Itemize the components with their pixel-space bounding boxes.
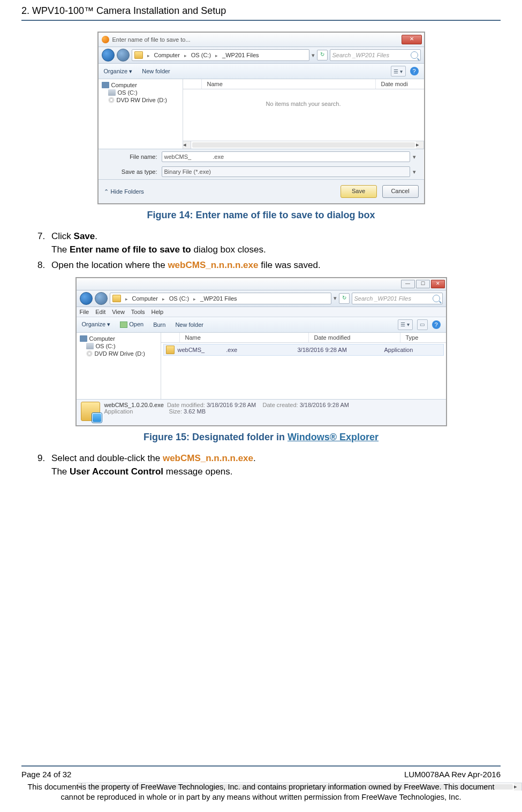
filetype-dropdown[interactable]: ▾ bbox=[410, 168, 419, 175]
forward-button[interactable] bbox=[117, 49, 130, 62]
disk-icon bbox=[86, 343, 94, 349]
refresh-button[interactable]: ↻ bbox=[339, 293, 350, 304]
tree-dvd[interactable]: DVD RW Drive (D:) bbox=[102, 96, 179, 104]
dialog-body: Computer OS (C:) DVD RW Drive (D:) Name … bbox=[99, 79, 424, 149]
col-name[interactable]: Name bbox=[180, 333, 309, 342]
scrollbar[interactable]: ◂▸ bbox=[183, 141, 424, 149]
save-as-dialog: Enter name of file to save to... ✕ Compu… bbox=[97, 32, 425, 204]
file-row-selected[interactable]: webCMS_.exe 3/18/2016 9:28 AM Applicatio… bbox=[163, 344, 444, 356]
help-icon[interactable]: ? bbox=[432, 320, 441, 329]
crumb-os[interactable]: OS (C:) bbox=[191, 52, 211, 58]
tree-os[interactable]: OS (C:) bbox=[80, 342, 157, 350]
help-icon[interactable]: ? bbox=[410, 67, 419, 75]
figure-14-caption: Figure 14: Enter name of file to save to… bbox=[21, 210, 501, 221]
filename-label: File name: bbox=[104, 154, 162, 160]
breadcrumb[interactable]: Computer OS (C:) _WP201 Files bbox=[132, 49, 309, 61]
figure-14: Enter name of file to save to... ✕ Compu… bbox=[21, 32, 501, 204]
figure-15-caption: Figure 15: Designated folder in Windows®… bbox=[21, 432, 501, 443]
filename-input[interactable]: webCMS_ .exe bbox=[162, 151, 410, 162]
tree-os[interactable]: OS (C:) bbox=[102, 89, 179, 96]
burn-button[interactable]: Burn bbox=[153, 321, 165, 328]
hide-folders-toggle[interactable]: ⌃ Hide Folders bbox=[104, 188, 144, 195]
cancel-button[interactable]: Cancel bbox=[382, 185, 419, 198]
filename-row: File name: webCMS_ .exe ▾ bbox=[99, 149, 424, 164]
file-large-icon bbox=[81, 402, 100, 421]
col-date[interactable]: Date modi bbox=[376, 79, 424, 89]
search-placeholder: Search _WP201 Files bbox=[354, 295, 411, 302]
menu-file[interactable]: File bbox=[80, 309, 89, 315]
empty-message: No items match your search. bbox=[183, 101, 424, 107]
refresh-button[interactable]: ↻ bbox=[317, 50, 328, 60]
explorer-window: — ☐ ✕ Computer OS (C:) _WP201 Files ▾ ↻ bbox=[75, 277, 447, 426]
view-button[interactable]: ☰ ▾ bbox=[398, 319, 413, 330]
crumb-folder[interactable]: _WP201 Files bbox=[200, 295, 237, 302]
breadcrumb[interactable]: Computer OS (C:) _WP201 Files bbox=[110, 293, 331, 304]
forward-button[interactable] bbox=[95, 292, 108, 305]
detail-filename: webCMS_1.0.20.0.exe bbox=[104, 402, 164, 408]
save-button[interactable]: Save bbox=[341, 185, 377, 198]
filename-dropdown[interactable]: ▾ bbox=[410, 154, 419, 160]
search-input[interactable]: Search _WP201 Files bbox=[352, 293, 443, 304]
crumb-computer[interactable]: Computer bbox=[154, 52, 180, 58]
crumb-computer[interactable]: Computer bbox=[132, 295, 158, 302]
view-button[interactable]: ☰ ▾ bbox=[391, 66, 406, 76]
details-pane: webCMS_1.0.20.0.exe Date modified: 3/18/… bbox=[77, 399, 446, 425]
menu-tools[interactable]: Tools bbox=[131, 309, 145, 315]
disk-icon bbox=[108, 89, 116, 96]
filetype-row: Save as type: Binary File (*.exe) ▾ bbox=[99, 164, 424, 179]
search-placeholder: Search _WP201 Files bbox=[332, 52, 389, 58]
folder-tree: Computer OS (C:) DVD RW Drive (D:) bbox=[77, 333, 161, 399]
menu-bar: File Edit View Tools Help bbox=[77, 307, 446, 317]
explorer-body: Computer OS (C:) DVD RW Drive (D:) Name … bbox=[77, 333, 446, 399]
column-headers: Name Date modified Type bbox=[161, 333, 446, 343]
page-footer: Page 24 of 32 LUM0078AA Rev Apr-2016 Thi… bbox=[21, 765, 501, 802]
dialog-titlebar: Enter name of file to save to... ✕ bbox=[99, 33, 424, 47]
address-bar: Computer OS (C:) _WP201 Files ▾ ↻ Search… bbox=[99, 47, 424, 64]
menu-help[interactable]: Help bbox=[152, 309, 164, 315]
firefox-icon bbox=[102, 36, 109, 43]
organize-button[interactable]: Organize ▾ bbox=[82, 321, 111, 328]
tree-computer[interactable]: Computer bbox=[80, 335, 157, 342]
tree-dvd[interactable]: DVD RW Drive (D:) bbox=[80, 350, 157, 357]
figure-15: — ☐ ✕ Computer OS (C:) _WP201 Files ▾ ↻ bbox=[21, 277, 501, 426]
chevron-up-icon: ⌃ bbox=[104, 188, 109, 195]
close-button[interactable]: ✕ bbox=[431, 280, 445, 288]
dvd-icon bbox=[108, 97, 115, 103]
newfolder-button[interactable]: New folder bbox=[142, 68, 170, 74]
dialog-toolbar: Organize ▾ New folder ☰ ▾ ? bbox=[99, 64, 424, 79]
search-icon bbox=[411, 51, 418, 59]
search-icon bbox=[433, 295, 440, 302]
crumb-folder[interactable]: _WP201 Files bbox=[222, 52, 259, 58]
folder-icon bbox=[112, 295, 121, 302]
back-button[interactable] bbox=[102, 49, 115, 62]
doc-revision: LUM0078AA Rev Apr-2016 bbox=[404, 770, 501, 779]
computer-icon bbox=[102, 82, 109, 88]
column-headers: Name Date modi bbox=[183, 79, 424, 89]
minimize-button[interactable]: — bbox=[401, 280, 415, 288]
crumb-os[interactable]: OS (C:) bbox=[169, 295, 189, 302]
back-button[interactable] bbox=[80, 292, 93, 305]
col-date[interactable]: Date modified bbox=[309, 333, 400, 342]
preview-button[interactable]: ▭ bbox=[417, 319, 428, 330]
menu-view[interactable]: View bbox=[112, 309, 125, 315]
close-icon[interactable]: ✕ bbox=[402, 35, 422, 44]
legal-text: This document is the property of FreeWav… bbox=[21, 782, 501, 802]
menu-edit[interactable]: Edit bbox=[95, 309, 105, 315]
col-type[interactable]: Type bbox=[400, 333, 446, 342]
open-button[interactable]: Open bbox=[120, 321, 143, 328]
tree-computer[interactable]: Computer bbox=[102, 81, 179, 89]
maximize-button[interactable]: ☐ bbox=[416, 280, 430, 288]
folder-tree: Computer OS (C:) DVD RW Drive (D:) bbox=[99, 79, 183, 149]
filetype-input[interactable]: Binary File (*.exe) bbox=[162, 166, 410, 177]
organize-button[interactable]: Organize ▾ bbox=[104, 68, 133, 75]
file-list: Name Date modi No items match your searc… bbox=[183, 79, 424, 149]
button-row: ⌃ Hide Folders Save Cancel bbox=[99, 179, 424, 203]
newfolder-button[interactable]: New folder bbox=[175, 321, 203, 328]
step-8: 8. Open the location where the webCMS_n.… bbox=[37, 259, 501, 272]
col-name[interactable]: Name bbox=[202, 79, 376, 89]
file-list: Name Date modified Type webCMS_.exe 3/18… bbox=[161, 333, 446, 399]
computer-icon bbox=[80, 335, 87, 342]
step-9: 9. Select and double-click the webCMS_n.… bbox=[37, 453, 501, 478]
search-input[interactable]: Search _WP201 Files bbox=[330, 49, 421, 61]
explorer-toolbar: Organize ▾ Open Burn New folder ☰ ▾ ▭ ? bbox=[77, 317, 446, 333]
